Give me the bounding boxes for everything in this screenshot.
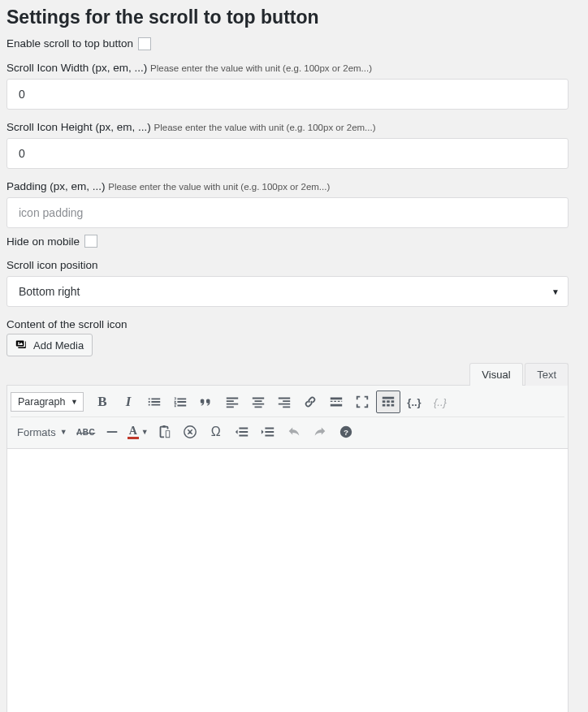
readmore-button[interactable] [324, 391, 348, 413]
number-list-button[interactable] [168, 391, 192, 413]
tab-visual[interactable]: Visual [469, 363, 522, 386]
toolbar-toggle-button[interactable] [376, 391, 400, 413]
enable-checkbox[interactable] [138, 37, 151, 50]
position-label: Scroll icon position [6, 259, 98, 271]
chevron-down-icon: ▼ [60, 428, 67, 436]
content-label: Content of the scroll icon [6, 318, 582, 330]
indent-button[interactable] [256, 421, 280, 443]
hide-mobile-checkbox[interactable] [84, 235, 97, 248]
editor-toolbar: Paragraph ▼ B I {..} {..} Formats ▼ ABC [6, 385, 569, 449]
widget-button[interactable]: {..} [428, 391, 452, 413]
position-select[interactable]: Bottom right ▼ [6, 276, 569, 307]
svg-rect-0 [106, 431, 117, 433]
enable-label: Enable scroll to top button [6, 37, 133, 50]
page-title: Settings for the scroll to top button [6, 6, 582, 28]
undo-button[interactable] [282, 421, 306, 443]
redo-button[interactable] [308, 421, 332, 443]
paragraph-select[interactable]: Paragraph ▼ [11, 392, 84, 412]
height-input[interactable] [6, 138, 569, 169]
link-button[interactable] [298, 391, 322, 413]
chevron-down-icon: ▼ [141, 428, 149, 436]
blockquote-button[interactable] [194, 391, 218, 413]
chevron-down-icon: ▼ [71, 398, 78, 406]
bullet-list-button[interactable] [142, 391, 166, 413]
position-value: Bottom right [19, 285, 80, 298]
fullscreen-button[interactable] [350, 391, 374, 413]
padding-hint: Please enter the value with unit (e.g. 1… [108, 182, 330, 192]
outdent-button[interactable] [230, 421, 254, 443]
rich-editor: Visual Text Paragraph ▼ B I {..} {..} [6, 363, 569, 712]
italic-button[interactable]: I [116, 391, 141, 413]
hr-button[interactable] [100, 421, 124, 443]
editor-content[interactable] [6, 449, 569, 712]
special-char-button[interactable]: Ω [204, 421, 228, 443]
svg-text:?: ? [344, 428, 348, 437]
chevron-down-icon: ▼ [551, 287, 560, 296]
add-media-button[interactable]: Add Media [6, 334, 93, 356]
text-color-button[interactable]: A ▼ [126, 421, 150, 443]
tab-text[interactable]: Text [525, 363, 569, 386]
svg-rect-1 [162, 425, 166, 428]
paste-text-button[interactable] [152, 421, 176, 443]
align-center-button[interactable] [246, 391, 270, 413]
width-input[interactable] [6, 79, 569, 110]
add-media-label: Add Media [33, 339, 84, 352]
formats-select[interactable]: Formats ▼ [11, 423, 71, 442]
padding-input[interactable] [6, 197, 569, 228]
height-label: Scroll Icon Height (px, em, ...) [6, 121, 151, 133]
clear-format-button[interactable] [178, 421, 202, 443]
height-hint: Please enter the value with unit (e.g. 1… [154, 123, 376, 132]
hide-mobile-label: Hide on mobile [6, 235, 80, 248]
strikethrough-button[interactable]: ABC [74, 421, 98, 443]
help-button[interactable]: ? [334, 421, 358, 443]
align-left-button[interactable] [220, 391, 244, 413]
media-icon [15, 339, 28, 352]
text-color-icon: A [128, 425, 139, 439]
padding-label: Padding (px, em, ...) [6, 180, 106, 192]
align-right-button[interactable] [272, 391, 296, 413]
shortcode-button[interactable]: {..} [402, 391, 426, 413]
bold-button[interactable]: B [90, 391, 115, 413]
width-hint: Please enter the value with unit (e.g. 1… [150, 63, 372, 73]
width-label: Scroll Icon Width (px, em, ...) [6, 62, 147, 74]
